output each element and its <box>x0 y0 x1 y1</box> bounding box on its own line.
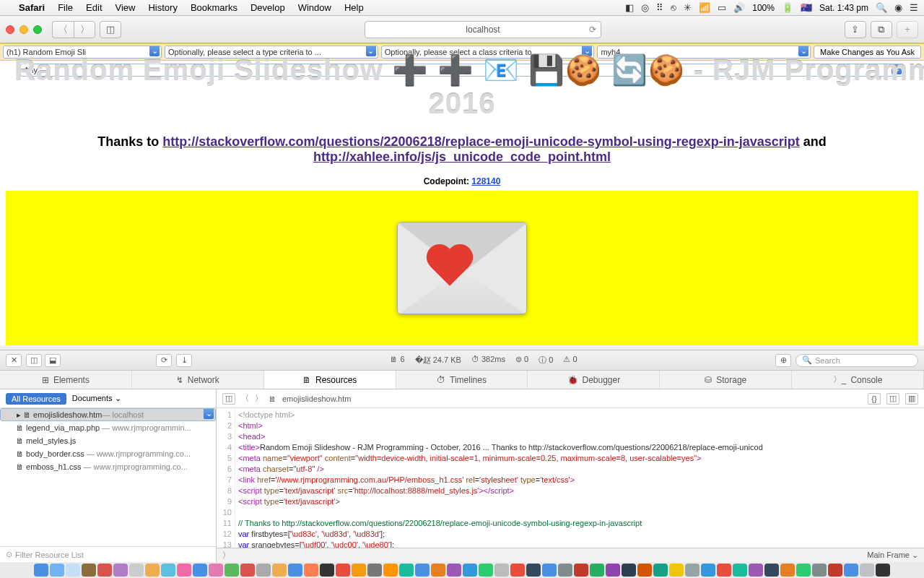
all-resources-pill[interactable]: All Resources <box>6 393 66 405</box>
dock-bottom-button[interactable]: ⬓ <box>45 354 61 367</box>
dock-app-icon[interactable] <box>129 564 144 577</box>
crumb-filename[interactable]: emojislideshow.htm <box>282 394 351 403</box>
dock-app-icon[interactable] <box>622 564 636 577</box>
dock-app-icon[interactable] <box>780 564 795 577</box>
dock-app-icon[interactable] <box>653 564 668 577</box>
app-name[interactable]: Safari <box>19 2 45 13</box>
status-icon[interactable]: ⎋ <box>671 2 676 13</box>
resource-item[interactable]: 🗎 body_border.css — www.rjmprogramming.c… <box>0 447 216 460</box>
dock-app-icon[interactable] <box>50 564 64 577</box>
menu-history[interactable]: History <box>148 2 177 13</box>
selector-type[interactable]: Optionally, please select a type criteri… <box>165 46 378 59</box>
reload-inspector-button[interactable]: ⟳ <box>156 354 172 367</box>
status-icon[interactable]: ◎ <box>641 2 649 13</box>
dock-app-icon[interactable] <box>717 564 731 577</box>
spotlight-icon[interactable]: 🔍 <box>876 2 887 13</box>
panel-button[interactable]: ▥ <box>905 393 918 405</box>
source-code[interactable]: <!doctype html> <html> <head> <title>Ran… <box>235 408 924 548</box>
battery-percent[interactable]: 100% <box>752 3 775 13</box>
volume-icon[interactable]: 🔊 <box>733 2 745 13</box>
back-button[interactable]: 〈 <box>52 21 74 38</box>
dock-app-icon[interactable] <box>82 564 96 577</box>
thanks-link-2[interactable]: http://xahlee.info/js/js_unicode_code_po… <box>313 150 611 164</box>
dock-app-icon[interactable] <box>558 564 572 577</box>
battery-icon[interactable]: 🔋 <box>782 2 793 13</box>
tab-timelines[interactable]: ⏱ Timelines <box>396 371 528 389</box>
dock-app-icon[interactable] <box>399 564 414 577</box>
minimize-window-button[interactable] <box>19 25 28 34</box>
dock-app-icon[interactable] <box>812 564 827 577</box>
wifi-icon[interactable]: 📶 <box>699 2 710 13</box>
clock[interactable]: Sat. 1:43 pm <box>819 3 868 13</box>
panel-button[interactable]: ◫ <box>886 393 899 405</box>
dock-app-icon[interactable] <box>161 564 175 577</box>
selector-element[interactable]: myh4 <box>597 46 811 59</box>
resource-item[interactable]: ▸ 🗎 emojislideshow.htm — localhost <box>0 408 216 421</box>
tab-network[interactable]: ↯ Network <box>132 371 264 389</box>
dock-side-button[interactable]: ◫ <box>26 354 42 367</box>
tab-console[interactable]: 〉_ Console <box>792 371 924 389</box>
menu-help[interactable]: Help <box>344 2 364 13</box>
dock-app-icon[interactable] <box>574 564 588 577</box>
dock-app-icon[interactable] <box>145 564 160 577</box>
selector-class[interactable]: Optionally, please select a class criter… <box>381 46 595 59</box>
dock-app-icon[interactable] <box>685 564 699 577</box>
dock-app-icon[interactable] <box>383 564 398 577</box>
scope-select[interactable]: Documents ⌄ <box>72 394 121 403</box>
dock-app-icon[interactable] <box>256 564 271 577</box>
dock-app-icon[interactable] <box>479 564 493 577</box>
flag-icon[interactable]: 🇦🇺 <box>801 2 812 13</box>
console-toggle-button[interactable]: 〉 <box>222 550 230 561</box>
close-inspector-button[interactable]: ✕ <box>6 354 22 367</box>
dock-app-icon[interactable] <box>796 564 811 577</box>
dock-app-icon[interactable] <box>606 564 620 577</box>
dock-app-icon[interactable] <box>272 564 287 577</box>
dock-app-icon[interactable] <box>510 564 525 577</box>
resource-item[interactable]: 🗎 emboss_h1.css — www.rjmprogramming.co.… <box>0 460 216 473</box>
close-window-button[interactable] <box>6 25 14 34</box>
dock-app-icon[interactable] <box>701 564 715 577</box>
resource-filter[interactable]: ⊙ Filter Resource List <box>0 546 216 562</box>
format-button[interactable]: {} <box>868 393 881 405</box>
tab-elements[interactable]: ⊞ Elements <box>0 371 132 389</box>
dock-app-icon[interactable] <box>876 564 890 577</box>
thanks-link-1[interactable]: http://stackoverflow.com/questions/22006… <box>162 134 800 149</box>
resource-item[interactable]: 🗎 meld_styles.js <box>0 434 216 447</box>
dock-app-icon[interactable] <box>209 564 223 577</box>
dock-app-icon[interactable] <box>113 564 128 577</box>
dock-app-icon[interactable] <box>463 564 477 577</box>
dock-app-icon[interactable] <box>304 564 318 577</box>
dock-app-icon[interactable] <box>34 564 48 577</box>
sidebar-button[interactable]: ◫ <box>100 21 121 38</box>
resource-item[interactable]: 🗎 legend_via_map.php — www.rjmprogrammin… <box>0 421 216 434</box>
dock-app-icon[interactable] <box>526 564 541 577</box>
dock-app-icon[interactable] <box>542 564 557 577</box>
share-button[interactable]: ⇪ <box>845 21 866 38</box>
dock-app-icon[interactable] <box>352 564 366 577</box>
dock-app-icon[interactable] <box>828 564 842 577</box>
status-icon[interactable]: ⠿ <box>656 2 663 13</box>
dock-app-icon[interactable] <box>177 564 191 577</box>
dock-app-icon[interactable] <box>590 564 604 577</box>
element-picker-button[interactable]: ⊕ <box>775 354 791 367</box>
dock-app-icon[interactable] <box>431 564 445 577</box>
display-icon[interactable]: ▭ <box>718 2 726 13</box>
dock-app-icon[interactable] <box>844 564 858 577</box>
nav-back-button[interactable]: 〈 <box>241 393 249 404</box>
reload-icon[interactable]: ⟳ <box>589 25 596 35</box>
dock-app-icon[interactable] <box>367 564 382 577</box>
download-button[interactable]: ⤓ <box>176 354 192 367</box>
dock-app-icon[interactable] <box>637 564 652 577</box>
menu-bookmarks[interactable]: Bookmarks <box>191 2 237 13</box>
menu-edit[interactable]: Edit <box>86 2 102 13</box>
menu-develop[interactable]: Develop <box>250 2 285 13</box>
dock-app-icon[interactable] <box>764 564 779 577</box>
dock-app-icon[interactable] <box>97 564 112 577</box>
tab-debugger[interactable]: 🐞 Debugger <box>528 371 660 389</box>
notification-center-icon[interactable]: ☰ <box>910 2 918 13</box>
dock-app-icon[interactable] <box>193 564 207 577</box>
nav-forward-button[interactable]: 〉 <box>255 393 263 404</box>
toggle-sidebar-button[interactable]: ◫ <box>222 393 235 405</box>
tab-resources[interactable]: 🗎 Resources <box>264 371 396 389</box>
make-changes-button[interactable]: Make Changes as You Ask <box>814 46 921 59</box>
